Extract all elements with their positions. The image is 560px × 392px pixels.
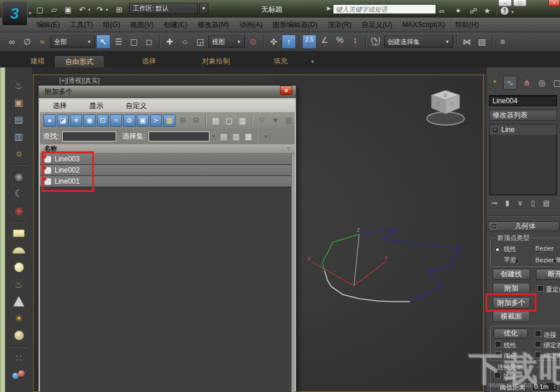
geometry-rollout-header[interactable]: − 几何体 [488, 221, 559, 231]
redo-button[interactable]: ↷ [93, 4, 106, 15]
filter-bones-icon[interactable]: ≻ [150, 114, 163, 127]
configure-modifier-sets-icon[interactable]: ▤ [543, 199, 549, 207]
ribbon-tab-populate[interactable]: 填充 [265, 55, 296, 67]
undo-button[interactable]: ↶ [76, 4, 89, 15]
area-light-icon[interactable] [11, 226, 26, 240]
undo-dropdown-icon[interactable]: ▾ [88, 7, 90, 12]
bind-to-spacewarp-icon[interactable]: ≈ [35, 35, 49, 49]
percent-snap-button[interactable]: % ∩ [333, 35, 347, 49]
edit-named-selection-sets-button[interactable]: {✎} ABC [369, 35, 383, 49]
connect-checkbox[interactable] [535, 330, 541, 337]
filter-lights-icon[interactable]: ☀ [70, 114, 82, 127]
tab-modify-icon[interactable]: ∿ [503, 76, 517, 90]
dialog-menu-customize[interactable]: 自定义 [126, 101, 147, 111]
open-file-button[interactable]: ▱ [48, 4, 60, 15]
find-input[interactable] [62, 131, 116, 141]
filter-xrefs-icon[interactable]: ▣ [137, 114, 149, 127]
new-file-button[interactable]: ▢ [33, 4, 46, 15]
tab-display-icon[interactable]: ▢ [550, 76, 560, 90]
menu-graph-editors[interactable]: 图形编辑器(D) [272, 20, 318, 30]
rectangular-selection-region-button[interactable]: ▢ [127, 35, 141, 49]
dialog-menu-display[interactable]: 显示 [89, 101, 103, 111]
unlink-selection-icon[interactable]: ∅ [20, 35, 34, 49]
ribbon-collapse-button[interactable]: ▾ [303, 55, 322, 67]
object-name-field[interactable]: Line004 [489, 95, 557, 106]
menu-animation[interactable]: 动画(A) [239, 20, 262, 30]
disc-light-icon[interactable] [11, 260, 26, 274]
use-pivot-center-button[interactable]: ⊙ [246, 35, 260, 49]
menu-customize[interactable]: 自定义(U) [362, 20, 393, 30]
break-button[interactable]: 断开 [536, 269, 560, 280]
menu-maxscript[interactable]: MAXScript(X) [402, 21, 445, 29]
viewcube[interactable]: 顶 左 前 [427, 90, 464, 125]
menu-modifiers[interactable]: 修改器(M) [197, 20, 229, 30]
search-expand-icon[interactable]: ▶ [327, 5, 331, 11]
filter-funnel-icon[interactable]: ▽ [256, 114, 268, 127]
radio-linear[interactable] [494, 246, 501, 253]
menu-tools[interactable]: 工具(T) [70, 20, 93, 30]
particle-array-icon[interactable]: ∷ [11, 351, 26, 365]
dialog-close-button[interactable]: × [280, 86, 292, 95]
tab-hierarchy-icon[interactable]: ⋔ [519, 76, 534, 90]
select-none-icon[interactable]: ▥ [230, 130, 242, 143]
filter-shapes-icon[interactable]: ◪ [57, 114, 69, 127]
ribbon-tab-selection[interactable]: 选择 [134, 55, 164, 67]
filter-containers-icon[interactable]: ▦ [163, 114, 176, 127]
ribbon-tab-freeform[interactable]: 自由形式 [54, 55, 104, 67]
cross-section-button[interactable]: 横截面 [492, 311, 530, 322]
select-all-icon[interactable]: ▤ [218, 130, 230, 143]
stack-item-line[interactable]: + Line [490, 124, 556, 135]
expand-icon[interactable]: + [492, 127, 498, 133]
angle-snap-button[interactable]: ∠ ∩ [318, 35, 332, 49]
spinner-snap-button[interactable]: ↕ ∩ [348, 35, 362, 49]
select-and-move-button[interactable]: ✚ [163, 35, 177, 49]
remove-modifier-icon[interactable]: ▯ [531, 199, 535, 207]
video-camera-icon[interactable]: ◉ [11, 203, 26, 217]
select-and-scale-button[interactable]: ◲ [193, 35, 207, 49]
communication-center-icon[interactable]: ☍ [470, 6, 477, 15]
ribbon-tab-object-paint[interactable]: 对象绘制 [194, 55, 238, 67]
dome-light-icon[interactable] [11, 243, 26, 257]
refine-button[interactable]: 优化 [494, 329, 528, 339]
window-crossing-button[interactable]: ◻ [142, 35, 156, 49]
ribbon-tab-modeling[interactable]: 建模 [22, 55, 53, 67]
list-view-icon[interactable]: ▤ [210, 114, 222, 127]
reference-coordinate-dropdown[interactable]: 视图 ▼ [208, 36, 245, 48]
menu-group[interactable]: 组(G) [103, 20, 120, 30]
named-selection-sets-dropdown[interactable]: 创建选择集 ▼ [384, 36, 453, 48]
redo-dropdown-icon[interactable]: ▾ [106, 7, 108, 12]
dropdown-arrow-icon[interactable]: ▼ [210, 130, 218, 143]
menu-edit[interactable]: 编辑(E) [36, 20, 60, 30]
select-and-rotate-button[interactable]: ○ [178, 35, 192, 49]
keyboard-shortcut-override-button[interactable]: ↑ [282, 35, 296, 49]
physics-spheres-icon[interactable] [11, 368, 26, 382]
align-button[interactable]: ▤ [475, 35, 489, 49]
select-object-button[interactable]: ↖ [96, 35, 110, 49]
filter-cameras-icon[interactable]: ◉ [83, 114, 96, 127]
app-menu-arrow-icon[interactable]: ▾ [29, 11, 31, 16]
select-and-manipulate-button[interactable]: ✜ [266, 35, 281, 49]
list-scrollbar[interactable] [291, 154, 295, 392]
menu-help[interactable]: 帮助(H) [455, 20, 479, 30]
render-teapot-icon[interactable]: ♨ [11, 78, 26, 92]
modifier-list-dropdown[interactable]: 修改器列表 [489, 110, 557, 121]
maximize-button[interactable]: □ [513, 0, 527, 6]
state-sets-icon[interactable]: ▥ [11, 129, 26, 143]
make-unique-icon[interactable]: ∨ [518, 199, 523, 207]
sphere-light-icon[interactable] [11, 328, 26, 342]
select-and-link-icon[interactable]: ∞ [5, 35, 19, 49]
xref-scene-icon[interactable]: ⊞ [177, 114, 189, 127]
pin-stack-icon[interactable]: ⊸ [491, 199, 497, 207]
tab-motion-icon[interactable]: ◎ [535, 76, 549, 90]
filter-funnel-config-icon[interactable]: ▼ [269, 114, 282, 127]
sort-icon[interactable]: ▽ [287, 146, 291, 151]
reorient-checkbox[interactable] [537, 285, 544, 292]
layer-manager-button[interactable]: ≡ [495, 35, 510, 49]
save-file-button[interactable]: ▣ [62, 4, 75, 15]
render-setup-icon[interactable]: ▣ [11, 95, 26, 109]
selection-set-dropdown[interactable] [149, 131, 210, 141]
xref-record-icon[interactable]: ⊟ [190, 114, 203, 127]
menu-create[interactable]: 创建(C) [164, 20, 188, 30]
attach-button[interactable]: 附加 [492, 283, 530, 294]
help-search-input[interactable] [333, 4, 436, 14]
